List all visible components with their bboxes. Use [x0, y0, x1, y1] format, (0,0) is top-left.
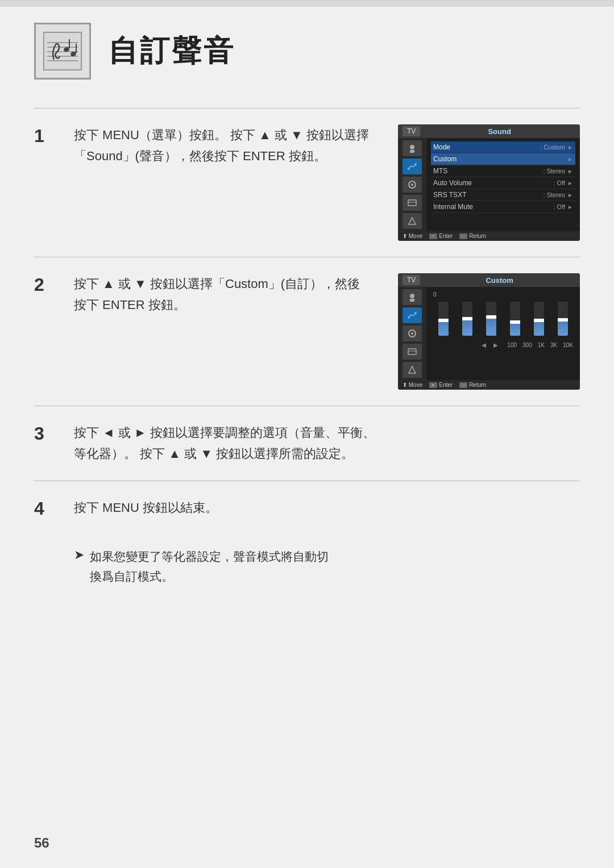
tv-eq-footer: ⬆ Move ► Enter ▭ Return: [398, 380, 580, 390]
svg-rect-17: [408, 200, 416, 206]
step-1-content: 按下 MENU（選單）按鈕。 按下 ▲ 或 ▼ 按鈕以選擇「Sound」(聲音）…: [74, 124, 580, 241]
tv-sound-main: Mode : Custom ► Custom ► MTS: [426, 138, 580, 231]
steps-container: 1 按下 MENU（選單）按鈕。 按下 ▲ 或 ▼ 按鈕以選擇「Sound」(聲…: [34, 108, 580, 481]
page-number: 56: [34, 835, 49, 851]
svg-point-13: [408, 168, 410, 170]
tv-eq-label: TV: [403, 275, 420, 285]
svg-rect-26: [408, 349, 416, 354]
tv-sound-sidebar: [398, 138, 426, 231]
tv-sound-title: Sound: [424, 127, 575, 136]
freq-100: 100: [507, 342, 517, 348]
step-2-row: 2 按下 ▲ 或 ▼ 按鈕以選擇「Custom」(自訂），然後按下 ENTER …: [34, 257, 580, 406]
freq-3k: 3K: [550, 342, 557, 348]
menu-item-srs: SRS TSXT : Stereo ►: [431, 189, 575, 201]
tv-eq-title: Custom: [424, 276, 575, 285]
menu-item-mts: MTS : Stereo ►: [431, 165, 575, 177]
step-3-text: 按下 ◄ 或 ► 按鈕以選擇要調整的選項（音量、平衡、等化器）。 按下 ▲ 或 …: [74, 422, 580, 465]
tv-sound-screen: TV Sound: [398, 124, 580, 241]
eq-body: 0: [398, 287, 580, 380]
eq-bars: [431, 299, 575, 339]
step-2-content: 按下 ▲ 或 ▼ 按鈕以選擇「Custom」(自訂），然後按下 ENTER 按鈕…: [74, 273, 580, 390]
step-3-content: 按下 ◄ 或 ► 按鈕以選擇要調整的選項（音量、平衡、等化器）。 按下 ▲ 或 …: [74, 422, 580, 465]
svg-point-16: [411, 183, 413, 186]
sidebar-item-2: [403, 158, 422, 174]
eq-frequencies: ◄► 100 300 1K 3K 10K: [431, 339, 575, 350]
svg-point-20: [410, 294, 414, 298]
freq-10k: 10K: [563, 342, 573, 348]
eq-nav: ◄►: [480, 341, 502, 349]
step-4-row: 4 按下 MENU 按鈕以結束。: [34, 481, 580, 535]
svg-marker-19: [409, 218, 416, 224]
eq-zero-label: 0: [431, 291, 575, 298]
step-1-number: 1: [34, 124, 63, 147]
step-2-number: 2: [34, 273, 63, 295]
eq-bar-3: [486, 299, 496, 339]
sidebar-item-5: [403, 213, 422, 229]
tv-sound-label: TV: [403, 126, 420, 136]
step-4-text: 按下 MENU 按鈕以結束。: [74, 497, 580, 518]
eq-sidebar-4: [403, 344, 422, 360]
step-2-text: 按下 ▲ 或 ▼ 按鈕以選擇「Custom」(自訂），然後按下 ENTER 按鈕…: [74, 273, 381, 316]
step-1-screen: TV Sound: [398, 124, 580, 241]
page: 自訂聲音 1 按下 MENU（選單）按鈕。 按下 ▲ 或 ▼ 按鈕以選擇「Sou…: [0, 0, 614, 868]
svg-marker-28: [409, 366, 416, 373]
freq-300: 300: [522, 342, 532, 348]
header-icon: [34, 23, 91, 80]
menu-item-custom: Custom ►: [431, 153, 575, 165]
eq-bar-5: [534, 299, 544, 339]
note-row: ➤ 如果您變更了等化器設定，聲音模式將自動切換爲自訂模式。: [34, 535, 580, 587]
sidebar-item-4: [403, 195, 422, 211]
tv-sound-header: TV Sound: [398, 124, 580, 138]
eq-bar-1: [438, 299, 449, 339]
svg-point-11: [410, 145, 414, 149]
svg-point-14: [414, 163, 417, 165]
menu-item-mute: Internal Mute : Off ►: [431, 201, 575, 213]
menu-item-auto-volume: Auto Volume : Off ►: [431, 177, 575, 189]
eq-footer-return: ▭ Return: [459, 382, 486, 388]
eq-footer-enter: ► Enter: [429, 382, 453, 388]
eq-bar-4: [510, 299, 520, 339]
top-decoration: [0, 0, 614, 7]
eq-bar-6: [558, 299, 568, 339]
eq-footer-move: ⬆ Move: [403, 382, 422, 388]
tv-eq-sidebar: [398, 287, 426, 380]
note-text: 如果您變更了等化器設定，聲音模式將自動切換爲自訂模式。: [90, 546, 329, 587]
tv-eq-screen: TV Custom: [398, 273, 580, 390]
eq-sidebar-1: [403, 289, 422, 305]
menu-item-mode: Mode : Custom ►: [431, 141, 575, 153]
note-arrow: ➤: [74, 548, 84, 562]
svg-rect-12: [410, 150, 414, 153]
svg-point-23: [414, 312, 417, 314]
footer-enter: ↵ Enter: [429, 233, 453, 239]
sidebar-item-1: [403, 140, 422, 156]
step-3-number: 3: [34, 422, 63, 444]
sidebar-item-3: [403, 177, 422, 193]
tv-eq-header: TV Custom: [398, 273, 580, 287]
step-1-row: 1 按下 MENU（選單）按鈕。 按下 ▲ 或 ▼ 按鈕以選擇「Sound」(聲…: [34, 108, 580, 257]
footer-move: ⬆ Move: [403, 233, 422, 239]
step-4-number: 4: [34, 497, 63, 519]
eq-main: 0: [426, 287, 580, 380]
step-2-screen: TV Custom: [398, 273, 580, 390]
footer-return: ▭ Return: [459, 233, 486, 239]
svg-rect-21: [410, 299, 414, 302]
tv-sound-footer: ⬆ Move ↵ Enter ▭ Return: [398, 231, 580, 241]
svg-point-25: [411, 332, 413, 335]
svg-point-22: [408, 316, 410, 319]
eq-sidebar-2: [403, 307, 422, 323]
tv-sound-body: Mode : Custom ► Custom ► MTS: [398, 138, 580, 231]
eq-sidebar-3: [403, 326, 422, 341]
page-title: 自訂聲音: [108, 31, 235, 71]
eq-bar-2: [462, 299, 472, 339]
freq-1k: 1K: [538, 342, 545, 348]
eq-sidebar-5: [403, 362, 422, 378]
step-1-text: 按下 MENU（選單）按鈕。 按下 ▲ 或 ▼ 按鈕以選擇「Sound」(聲音）…: [74, 124, 381, 167]
step-3-row: 3 按下 ◄ 或 ► 按鈕以選擇要調整的選項（音量、平衡、等化器）。 按下 ▲ …: [34, 406, 580, 481]
page-header: 自訂聲音: [34, 23, 580, 85]
